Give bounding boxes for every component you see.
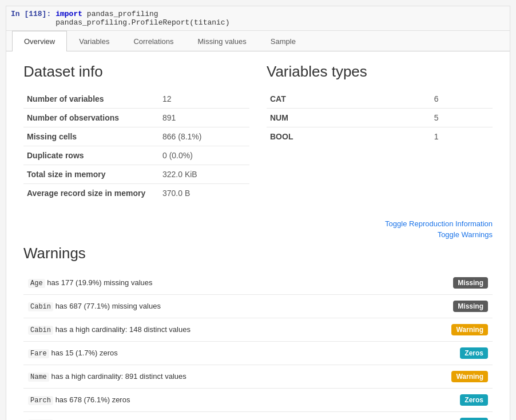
dataset-info-row: Number of variables 12 xyxy=(23,90,249,109)
warning-variable: Parch xyxy=(28,396,53,405)
warning-text: Cabin has a high cardinality: 148 distin… xyxy=(23,318,441,342)
dataset-info-value: 322.0 KiB xyxy=(159,165,249,184)
variables-types-table: CAT 6 NUM 5 BOOL 1 xyxy=(267,90,493,146)
vtype-row: NUM 5 xyxy=(267,109,493,127)
warning-badge: Zeros xyxy=(460,394,488,406)
vtype-key: NUM xyxy=(267,109,431,127)
vtype-value: 1 xyxy=(431,127,493,146)
dataset-info-key: Average record size in memory xyxy=(23,184,159,203)
dataset-info-section: Dataset info Number of variables 12 Numb… xyxy=(23,63,249,202)
dataset-info-value: 370.0 B xyxy=(159,184,249,203)
warning-row: Parch has 678 (76.1%) zeros Zeros xyxy=(23,389,493,412)
dataset-info-value: 866 (8.1%) xyxy=(159,127,249,146)
cell-input: In [118]: import pandas_profiling pandas… xyxy=(6,6,510,31)
tab-missing-values[interactable]: Missing values xyxy=(186,31,259,51)
warning-badge-cell: Zeros xyxy=(441,342,493,365)
variables-types-title: Variables types xyxy=(267,63,493,81)
dataset-info-key: Number of variables xyxy=(23,90,159,109)
variables-types-section: Variables types CAT 6 NUM 5 BOOL 1 xyxy=(267,63,493,202)
dataset-info-value: 12 xyxy=(159,90,249,109)
warning-row: Age has 177 (19.9%) missing values Missi… xyxy=(23,271,493,295)
toggle-links: Toggle Reproduction Information Toggle W… xyxy=(23,219,493,239)
tab-correlations[interactable]: Correlations xyxy=(121,31,185,51)
warning-badge: Zeros xyxy=(460,418,488,420)
warnings-table: Age has 177 (19.9%) missing values Missi… xyxy=(23,271,493,420)
dataset-info-key: Missing cells xyxy=(23,127,159,146)
warning-badge: Warning xyxy=(451,324,488,335)
warning-text: Parch has 678 (76.1%) zeros xyxy=(23,389,441,412)
warning-text: Fare has 15 (1.7%) zeros xyxy=(23,342,441,365)
warning-badge: Zeros xyxy=(460,347,488,359)
warning-badge-cell: Missing xyxy=(441,295,493,318)
notebook-cell: In [118]: import pandas_profiling pandas… xyxy=(6,6,510,420)
warning-row: Fare has 15 (1.7%) zeros Zeros xyxy=(23,342,493,365)
warning-row: Cabin has a high cardinality: 148 distin… xyxy=(23,318,493,342)
dataset-info-value: 0 (0.0%) xyxy=(159,146,249,165)
tab-variables[interactable]: Variables xyxy=(67,31,121,51)
vtype-row: BOOL 1 xyxy=(267,127,493,146)
tabs-bar: Overview Variables Correlations Missing … xyxy=(6,31,510,51)
warning-variable: Fare xyxy=(28,349,49,358)
warning-badge-cell: Zeros xyxy=(441,412,493,421)
warning-text: Name has a high cardinality: 891 distinc… xyxy=(23,365,441,389)
warning-badge: Missing xyxy=(453,277,488,289)
warnings-section: Warnings Age has 177 (19.9%) missing val… xyxy=(23,245,493,420)
vtype-value: 5 xyxy=(431,109,493,127)
warning-variable: Name xyxy=(28,373,49,382)
dataset-info-value: 891 xyxy=(159,109,249,127)
dataset-info-row: Total size in memory 322.0 KiB xyxy=(23,165,249,184)
dataset-info-title: Dataset info xyxy=(23,63,249,81)
tab-sample[interactable]: Sample xyxy=(259,31,308,51)
dataset-info-key: Duplicate rows xyxy=(23,146,159,165)
dataset-info-row: Average record size in memory 370.0 B xyxy=(23,184,249,203)
warning-text: Age has 177 (19.9%) missing values xyxy=(23,271,441,295)
vtype-key: CAT xyxy=(267,90,431,109)
vtype-row: CAT 6 xyxy=(267,90,493,109)
warning-badge: Warning xyxy=(451,371,488,382)
tab-overview[interactable]: Overview xyxy=(12,31,67,51)
toggle-reproduction-link[interactable]: Toggle Reproduction Information xyxy=(23,219,493,228)
dataset-info-table: Number of variables 12 Number of observa… xyxy=(23,90,249,202)
cell-output: Overview Variables Correlations Missing … xyxy=(6,31,510,420)
warning-row: SibSp has 608 (68.2%) zeros Zeros xyxy=(23,412,493,421)
tab-content-overview: Dataset info Number of variables 12 Numb… xyxy=(6,51,510,420)
warning-row: Name has a high cardinality: 891 distinc… xyxy=(23,365,493,389)
warning-badge-cell: Warning xyxy=(441,318,493,342)
vtype-key: BOOL xyxy=(267,127,431,146)
warning-text: SibSp has 608 (68.2%) zeros xyxy=(23,412,441,421)
dataset-info-row: Number of observations 891 xyxy=(23,109,249,127)
warning-row: Cabin has 687 (77.1%) missing values Mis… xyxy=(23,295,493,318)
dataset-info-key: Total size in memory xyxy=(23,165,159,184)
dataset-info-row: Duplicate rows 0 (0.0%) xyxy=(23,146,249,165)
warnings-title: Warnings xyxy=(23,245,493,262)
dataset-info-row: Missing cells 866 (8.1%) xyxy=(23,127,249,146)
cell-code: import pandas_profiling pandas_profiling… xyxy=(55,10,229,27)
warning-badge-cell: Warning xyxy=(441,365,493,389)
warning-badge-cell: Missing xyxy=(441,271,493,295)
warning-variable: Cabin xyxy=(28,326,53,335)
overview-grid: Dataset info Number of variables 12 Numb… xyxy=(23,63,493,202)
warning-text: Cabin has 687 (77.1%) missing values xyxy=(23,295,441,318)
warning-variable: Age xyxy=(28,279,45,288)
toggle-warnings-link[interactable]: Toggle Warnings xyxy=(23,230,493,239)
cell-prompt: In [118]: xyxy=(11,10,51,27)
dataset-info-key: Number of observations xyxy=(23,109,159,127)
warning-badge: Missing xyxy=(453,301,488,312)
vtype-value: 6 xyxy=(431,90,493,109)
warning-variable: Cabin xyxy=(28,302,53,311)
warning-badge-cell: Zeros xyxy=(441,389,493,412)
